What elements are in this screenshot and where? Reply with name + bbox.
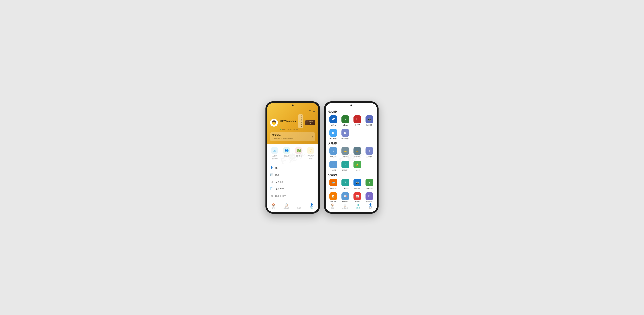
tools-content: F 趣享 格式转换 W 转Word X 转Excel P	[326, 103, 377, 212]
profile-screen: ≡ ⊡ 👦 118***@qq.com ⭐ 至尊账户加速	[267, 103, 318, 212]
nav2-tools-label: 工具箱	[356, 207, 360, 209]
phone-tools: F 趣享 格式转换 W 转Word X 转Excel P	[324, 101, 378, 214]
ocr-icon: T	[342, 179, 349, 186]
user-info-row: 👦 118***@qq.com ⭐ 至尊账户加速升	[270, 114, 315, 131]
nav2-docs-label: 全部文档	[342, 207, 348, 209]
menu-label-sync: 同步	[275, 174, 280, 176]
menu-label-docmgmt: 文档管理	[275, 188, 284, 190]
message-icon[interactable]: ⊡	[313, 109, 315, 112]
extract-label: 文档提取	[330, 169, 336, 171]
page-order-icon: ↕	[342, 161, 349, 168]
id-photo-label: 拍证件照	[354, 187, 360, 189]
merge-icon: ⊞	[366, 147, 373, 155]
to-word-label: 转Word	[330, 124, 336, 126]
quick-action-cloud[interactable]: ☁ 云空间 已使用0%	[271, 147, 278, 160]
tools-grid-edit1: ↓ 导入文档 ✍ CS合金签 🔒 添加水印 ⊞	[328, 147, 374, 158]
tool-to-word[interactable]: W 转Word	[328, 115, 338, 126]
phone-profile: ≡ ⊡ 👦 118***@qq.com ⭐ 至尊账户加速	[266, 101, 320, 214]
nav2-tools[interactable]: ⊞ 工具箱	[351, 203, 364, 209]
nav2-home[interactable]: 🏠 首页	[326, 203, 338, 209]
tool-homework[interactable]: 📝 试卷作业	[328, 192, 338, 203]
nav2-tools-icon: ⊞	[356, 203, 359, 207]
bottom-nav-2: 🏠 首页 📋 全部文档 ⊞ 工具箱 👤 我的	[326, 202, 377, 212]
nav-docs-icon: 📋	[284, 203, 288, 207]
chevron-right-icon: ›	[312, 135, 313, 138]
nav-tools-icon: ⊞	[298, 203, 300, 207]
tool-extract[interactable]: ↑ 文档提取	[328, 161, 338, 171]
quick-action-task[interactable]: ✅ 任务中心	[295, 147, 302, 160]
docmgmt-icon: 📄	[270, 187, 273, 190]
camera-count-label: 拍照计数	[366, 124, 372, 126]
header-icons: ≡ ⊡	[270, 109, 315, 112]
table-ocr-label: 表格识别	[366, 187, 372, 189]
vip-card[interactable]: 至尊账户 ✓ Patched by: youarefinished ›	[270, 132, 315, 141]
menu-item-sync[interactable]: 🔄 同步	[267, 171, 318, 179]
table-ocr-icon: ⊞	[366, 179, 373, 186]
username-row: 118***@qq.com ⭐ 至尊账户加速升	[280, 114, 304, 128]
nav2-profile-label: 我的	[369, 207, 372, 209]
menu-item-account[interactable]: 👤 账户	[267, 164, 318, 171]
menu-label-scan: 扫描服务	[275, 181, 284, 183]
cs-sign-icon: ✍	[342, 147, 349, 155]
nav-home[interactable]: 🏠 首页	[267, 203, 280, 209]
nav-home-label: 首页	[272, 207, 275, 209]
quick-label-team: 团队版	[284, 155, 289, 157]
tool-camera-count[interactable]: 📸 拍照计数	[364, 115, 374, 126]
nav-docs[interactable]: 📋 全部文档	[280, 203, 293, 209]
widget-icon: 🗂	[270, 194, 273, 197]
tool-page-order[interactable]: ↕ 页面调序	[340, 161, 350, 171]
import-img-icon: 🖼	[366, 192, 373, 200]
username: 118***@qq.com	[280, 120, 296, 122]
nav-profile[interactable]: 👤 我的	[306, 203, 318, 209]
tool-encrypt[interactable]: 🔒 文档加密	[352, 161, 362, 171]
account-icon: 👤	[270, 166, 273, 169]
to-ppt-icon: P	[354, 115, 361, 123]
nav2-docs[interactable]: 📋 全部文档	[338, 203, 351, 209]
tool-merge[interactable]: ⊞ 文档合并	[364, 147, 374, 158]
tools-grid-scan1: 🪪 扫描证件 T 文字识别 📷 拍证件照 ⊞	[328, 179, 374, 189]
menu-item-scan[interactable]: ⊡ 扫描服务	[267, 179, 318, 185]
nav2-docs-icon: 📋	[343, 203, 347, 207]
merge-label: 文档合并	[366, 156, 372, 158]
menu-item-docmgmt[interactable]: 📄 文档管理	[267, 185, 318, 192]
tool-watermark[interactable]: 🔒 添加水印	[352, 147, 362, 158]
quick-action-credits[interactable]: © 剩余点券 0点券	[307, 147, 314, 160]
menu-item-widget[interactable]: 🗂 添加小组件	[267, 192, 318, 199]
nav-profile-icon: 👤	[310, 203, 314, 207]
watermark-icon: 🔒	[354, 147, 361, 155]
vip-icon: ⭐	[299, 120, 300, 122]
quick-actions: ☁ 云空间 已使用0% 👥 团队版 ✅ 任务中心 © 剩余点券	[267, 144, 318, 163]
menu-icon[interactable]: ≡	[309, 109, 311, 112]
quick-action-team[interactable]: 👥 团队版	[283, 147, 290, 160]
cloud-info: 云空间 0KB/200.00MB	[280, 129, 298, 131]
nav-tools[interactable]: ⊞ 工具箱	[293, 203, 306, 209]
upgrade-button[interactable]: 至尊账户 ▶	[305, 120, 315, 125]
nav2-profile[interactable]: 👤 我的	[364, 203, 377, 209]
tool-to-img[interactable]: 🖼 逐页转图片	[328, 129, 338, 140]
tool-to-excel[interactable]: X 转Excel	[340, 115, 350, 126]
tool-import-img[interactable]: 🖼 导入图片	[364, 192, 374, 203]
section-title-edit: 文档编辑	[328, 142, 374, 145]
notch-1	[292, 105, 294, 106]
scan-cert-icon: 🪪	[330, 179, 337, 186]
tool-to-ppt[interactable]: P 转PPT	[352, 115, 362, 126]
quick-sublabel-credits: 0点券	[309, 158, 312, 160]
menu-label-widget: 添加小组件	[275, 195, 286, 197]
ocr-label: 文字识别	[342, 187, 348, 189]
nav2-profile-icon: 👤	[369, 203, 372, 207]
tool-cs-sign[interactable]: ✍ CS合金签	[340, 147, 350, 158]
vip-card-title: 至尊账户	[272, 134, 294, 137]
tool-import-doc[interactable]: ↓ 导入文档	[328, 147, 338, 158]
tool-scan-cert[interactable]: 🪪 扫描证件	[328, 179, 338, 189]
section-title-format: 格式转换	[328, 110, 374, 113]
tool-table-ocr[interactable]: ⊞ 表格识别	[364, 179, 374, 189]
user-details: 118***@qq.com ⭐ 至尊账户加速升 云空间	[280, 114, 304, 131]
tool-ocr[interactable]: T 文字识别	[340, 179, 350, 189]
tool-to-long-img[interactable]: 🖼 转为长图片	[340, 129, 350, 140]
tool-scan-ppt[interactable]: 📊 拍PPT	[352, 192, 362, 203]
tools-grid-format2: 🖼 逐页转图片 🖼 转为长图片	[328, 129, 374, 140]
page-order-label: 页面调序	[342, 169, 348, 171]
menu-label-account: 账户	[275, 167, 280, 169]
tool-scan-book[interactable]: 📖 扫描书籍	[340, 192, 350, 203]
tool-id-photo[interactable]: 📷 拍证件照	[352, 179, 362, 189]
